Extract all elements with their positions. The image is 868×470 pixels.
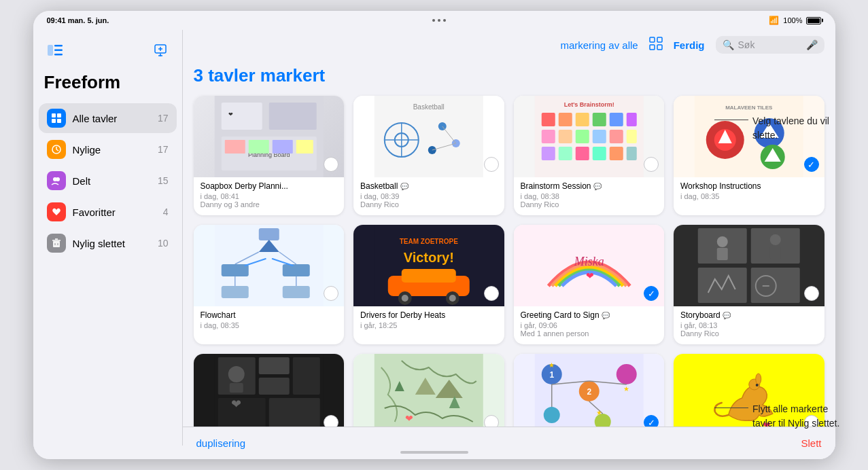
sidebar-item-favoritter[interactable]: Favoritter 4 xyxy=(39,197,177,227)
card-info-greeting: Greeting Card to Sign 💬 i går, 09:06 Med… xyxy=(514,306,665,344)
svg-rect-34 xyxy=(272,140,292,153)
svg-point-17 xyxy=(56,177,60,181)
svg-rect-2 xyxy=(54,50,63,52)
select-all-button[interactable]: markering av alle xyxy=(560,39,638,51)
alle-tavler-count: 17 xyxy=(158,113,169,124)
card-info-flowchart: Flowchart i dag, 08:35 xyxy=(194,306,345,336)
sidebar-item-alle-tavler[interactable]: Alle tavler 17 xyxy=(39,103,177,133)
card-date-basketball: i dag, 08:39 xyxy=(360,192,498,200)
mic-icon[interactable]: 🎤 xyxy=(806,39,818,50)
svg-rect-63 xyxy=(558,147,572,160)
card-date-workshop: i dag, 08:35 xyxy=(680,192,818,200)
svg-rect-53 xyxy=(592,113,606,126)
svg-text:❤: ❤ xyxy=(405,413,413,424)
card-thumb-storyboard xyxy=(674,225,824,306)
status-right: 📶 100% xyxy=(769,16,821,25)
soapbox-check[interactable] xyxy=(324,157,338,172)
grid-view-button[interactable] xyxy=(649,37,663,54)
svg-rect-51 xyxy=(558,113,572,126)
card-shared-greeting: Med 1 annen person xyxy=(521,329,658,338)
svg-text:❤: ❤ xyxy=(231,397,241,411)
flowchart-check[interactable] xyxy=(324,286,338,301)
svg-rect-84 xyxy=(282,264,309,276)
svg-text:Let's Brainstorm!: Let's Brainstorm! xyxy=(563,101,614,108)
card-soapbox[interactable]: Planning Board ❤ Soapbox Derby Planni... xyxy=(194,96,345,215)
svg-rect-62 xyxy=(541,147,555,160)
alle-tavler-icon xyxy=(47,109,66,128)
svg-rect-83 xyxy=(221,264,248,276)
main-content: markering av alle Ferdig 🔍 Søk 🎤 xyxy=(183,30,835,446)
delt-count: 15 xyxy=(158,175,169,186)
nylig-slettet-icon xyxy=(47,234,66,253)
sidebar-item-nylig-slettet[interactable]: Nylig slettet 10 xyxy=(39,228,177,258)
card-info-soapbox: Soapbox Derby Planni... i dag, 08:41 Dan… xyxy=(194,177,345,215)
card-date-flowchart: i dag, 08:35 xyxy=(201,321,338,329)
svg-rect-57 xyxy=(558,130,572,143)
svg-rect-64 xyxy=(575,147,589,160)
storyboard-check[interactable] xyxy=(804,286,819,301)
favoritter-icon xyxy=(47,202,66,221)
svg-rect-78 xyxy=(258,228,279,240)
svg-rect-52 xyxy=(575,113,589,126)
new-board-icon[interactable] xyxy=(150,39,171,61)
card-basketball[interactable]: Basketball xyxy=(353,96,504,215)
card-date-greeting: i går, 09:06 xyxy=(521,321,658,329)
svg-point-146 xyxy=(756,384,759,386)
annotation-top: Velg tavlene du vil slette. xyxy=(714,114,848,143)
svg-rect-35 xyxy=(296,140,313,153)
svg-rect-61 xyxy=(626,130,636,143)
search-input[interactable]: Søk xyxy=(738,39,802,50)
svg-text:★: ★ xyxy=(623,385,629,393)
card-shared-storyboard: Danny Rico xyxy=(680,329,818,338)
card-date-storyboard: i går, 08:13 xyxy=(680,321,818,329)
card-thumb-derby: TEAM ZOETROPE Victory! xyxy=(353,225,504,306)
search-icon: 🔍 xyxy=(723,39,734,50)
card-date-soapbox: i dag, 08:41 xyxy=(201,192,338,200)
card-storyboard[interactable]: Storyboard 💬 i går, 08:13 Danny Rico xyxy=(674,225,824,344)
svg-text:2: 2 xyxy=(587,387,591,397)
svg-rect-58 xyxy=(575,130,589,143)
svg-point-108 xyxy=(770,234,781,245)
app-body: Freeform Alle tavler 17 xyxy=(33,30,835,446)
annotation-bottom-text: Flytt alle markerte tavler til Nylig sle… xyxy=(752,402,848,431)
card-derby[interactable]: TEAM ZOETROPE Victory! xyxy=(353,225,504,344)
svg-rect-9 xyxy=(52,113,56,118)
search-bar[interactable]: 🔍 Søk 🎤 xyxy=(716,36,824,54)
svg-rect-29 xyxy=(268,103,316,130)
delt-icon xyxy=(47,171,66,190)
brainstorm-check[interactable] xyxy=(644,157,659,172)
card-flowchart[interactable]: Flowchart i dag, 08:35 xyxy=(194,225,345,344)
greeting-check[interactable]: ✓ xyxy=(644,286,659,301)
duplicate-button[interactable]: duplisering xyxy=(196,437,246,446)
svg-text:MALAVEEN TILES: MALAVEEN TILES xyxy=(725,105,773,111)
home-bar xyxy=(400,451,468,454)
svg-rect-104 xyxy=(698,268,747,303)
sidebar-toggle-icon[interactable] xyxy=(44,39,66,61)
sidebar-title: Freeform xyxy=(33,69,182,103)
favoritter-count: 4 xyxy=(163,206,169,217)
svg-rect-25 xyxy=(650,45,655,50)
card-info-workshop: Workshop Instructions i dag, 08:35 xyxy=(674,177,824,207)
svg-rect-116 xyxy=(258,378,289,395)
svg-rect-87 xyxy=(221,286,248,298)
done-button[interactable]: Ferdig xyxy=(674,39,705,51)
svg-text:1: 1 xyxy=(549,370,554,380)
sidebar-item-nylige[interactable]: Nylige 17 xyxy=(39,134,177,164)
basketball-check[interactable] xyxy=(484,157,499,172)
svg-rect-0 xyxy=(48,45,53,56)
status-bar: 09:41 man. 5. jun. 📶 100% xyxy=(33,11,835,30)
wifi-icon: 📶 xyxy=(769,16,779,25)
delete-button[interactable]: Slett xyxy=(801,437,821,446)
card-greeting[interactable]: Miska ❤ ✓ Greeting Card to Sign 💬 i går,… xyxy=(514,225,665,344)
svg-rect-12 xyxy=(57,119,61,123)
status-time: 09:41 man. 5. jun. xyxy=(47,16,109,24)
svg-point-106 xyxy=(717,236,728,247)
sidebar-item-delt[interactable]: Delt 15 xyxy=(39,166,177,196)
battery-icon xyxy=(806,17,821,24)
svg-rect-11 xyxy=(52,119,56,123)
derby-check[interactable] xyxy=(484,286,499,301)
card-thumb-basketball: Basketball xyxy=(353,96,504,177)
workshop-check[interactable]: ✓ xyxy=(804,157,819,172)
card-brainstorm[interactable]: Let's Brainstorm! xyxy=(514,96,665,215)
card-shared-basketball: Danny Rico xyxy=(360,200,498,209)
